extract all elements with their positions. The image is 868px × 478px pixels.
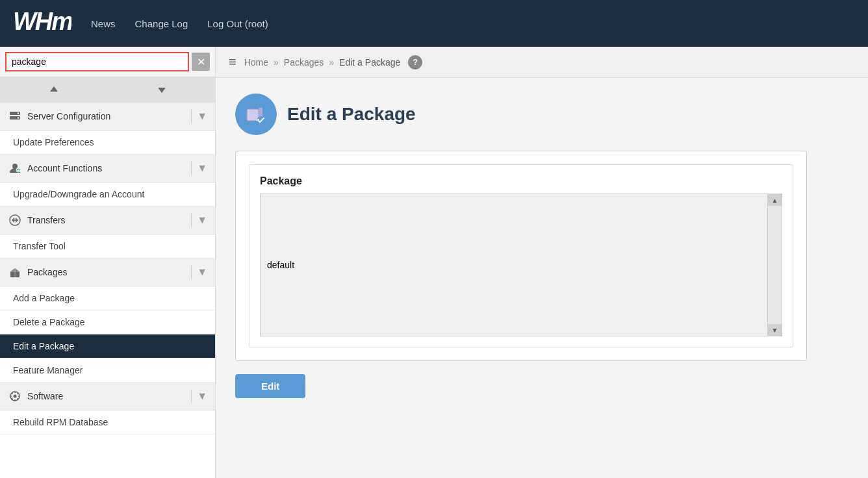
breadcrumb: ≡ Home » Packages » Edit a Package ? — [216, 47, 868, 78]
nav-changelog[interactable]: Change Log — [135, 18, 188, 29]
search-input[interactable] — [5, 52, 189, 71]
sidebar-arrows — [0, 77, 215, 103]
sidebar-item-transfer-tool[interactable]: Transfer Tool — [0, 234, 215, 258]
chevron-down-icon: ▼ — [197, 110, 207, 122]
sidebar-item-software[interactable]: Software ▼ — [0, 383, 215, 410]
svg-point-15 — [14, 395, 17, 398]
sidebar-item-packages[interactable]: Packages ▼ — [0, 258, 215, 286]
chevron-down-icon: ▼ — [197, 390, 207, 402]
sidebar-item-add-package[interactable]: Add a Package — [0, 286, 215, 310]
account-functions-icon: + — [8, 161, 22, 175]
svg-marker-1 — [50, 86, 58, 92]
svg-point-5 — [18, 112, 19, 114]
svg-marker-2 — [158, 88, 166, 93]
sidebar-item-delete-package[interactable]: Delete a Package — [0, 310, 215, 334]
package-card: Package default ▲ ▼ — [235, 151, 807, 361]
breadcrumb-home[interactable]: Home — [244, 57, 268, 68]
divider — [191, 162, 192, 175]
breadcrumb-menu-icon[interactable]: ≡ — [229, 55, 236, 69]
chevron-down-icon: ▼ — [197, 162, 207, 174]
sidebar-item-transfers[interactable]: Transfers ▼ — [0, 207, 215, 234]
divider — [191, 110, 192, 123]
divider — [191, 390, 192, 403]
package-label: Package — [260, 175, 782, 187]
sidebar-item-server-configuration[interactable]: Server Configuration ▼ — [0, 103, 215, 131]
svg-rect-16 — [247, 109, 259, 121]
server-config-label: Server Configuration — [27, 111, 186, 121]
svg-text:WHm: WHm — [13, 8, 71, 34]
search-clear-button[interactable]: ✕ — [192, 53, 210, 71]
sidebar-item-account-functions[interactable]: + Account Functions ▼ — [0, 155, 215, 182]
svg-point-6 — [18, 117, 19, 118]
page-title: Edit a Package — [287, 104, 416, 125]
scroll-up-icon[interactable]: ▲ — [768, 194, 782, 206]
sidebar: ✕ Server Configuration ▼ Update Preferen… — [0, 47, 216, 478]
software-icon — [8, 389, 22, 403]
software-label: Software — [27, 391, 186, 401]
package-select[interactable]: default — [261, 194, 767, 336]
package-select-container: default ▲ ▼ — [260, 194, 782, 336]
breadcrumb-sep2: » — [329, 57, 334, 68]
packages-label: Packages — [27, 267, 186, 277]
content-area: ≡ Home » Packages » Edit a Package ? — [216, 47, 868, 478]
top-nav: WHm News Change Log Log Out (root) — [0, 0, 868, 47]
account-functions-label: Account Functions — [27, 163, 186, 173]
page-header: Edit a Package — [235, 94, 849, 135]
main-area: ✕ Server Configuration ▼ Update Preferen… — [0, 47, 868, 478]
whm-logo: WHm — [13, 8, 71, 40]
transfers-label: Transfers — [27, 215, 186, 225]
transfers-icon — [8, 213, 22, 227]
packages-icon — [8, 265, 22, 279]
page-content: Edit a Package Package default ▲ ▼ — [216, 78, 868, 414]
breadcrumb-help-icon[interactable]: ? — [408, 55, 422, 69]
select-scrollbar: ▲ ▼ — [767, 194, 782, 336]
nav-logout[interactable]: Log Out (root) — [207, 18, 268, 29]
scroll-down-icon[interactable]: ▼ — [768, 324, 782, 336]
search-bar: ✕ — [0, 47, 215, 77]
package-card-inner: Package default ▲ ▼ — [249, 164, 793, 347]
breadcrumb-packages[interactable]: Packages — [284, 57, 324, 68]
scroll-up-button[interactable] — [0, 77, 108, 102]
sidebar-item-update-preferences[interactable]: Update Preferences — [0, 131, 215, 155]
sidebar-nav: Server Configuration ▼ Update Preference… — [0, 103, 215, 478]
breadcrumb-sep1: » — [274, 57, 279, 68]
sidebar-item-edit-package[interactable]: Edit a Package — [0, 334, 215, 359]
edit-button[interactable]: Edit — [235, 374, 305, 398]
sidebar-item-feature-manager[interactable]: Feature Manager — [0, 359, 215, 383]
server-config-icon — [8, 109, 22, 123]
nav-news[interactable]: News — [91, 18, 116, 29]
edit-package-icon — [235, 94, 277, 135]
divider — [191, 214, 192, 227]
scroll-down-button[interactable] — [108, 77, 215, 102]
chevron-down-icon: ▼ — [197, 214, 207, 226]
sidebar-item-upgrade-downgrade[interactable]: Upgrade/Downgrade an Account — [0, 182, 215, 207]
divider — [191, 266, 192, 279]
chevron-down-icon: ▼ — [197, 266, 207, 278]
sidebar-item-rebuild-rpm[interactable]: Rebuild RPM Database — [0, 410, 215, 434]
svg-text:+: + — [17, 168, 19, 173]
breadcrumb-current: Edit a Package — [339, 57, 400, 68]
nav-links: News Change Log Log Out (root) — [91, 18, 268, 29]
